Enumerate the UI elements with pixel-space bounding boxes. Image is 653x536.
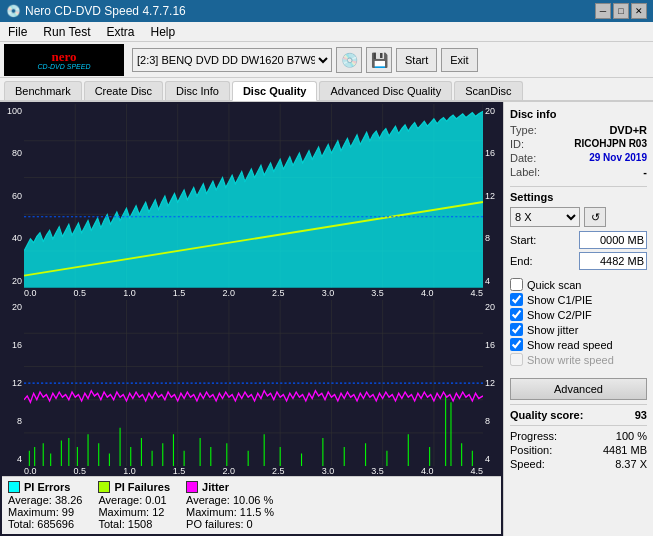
disc-id-label: ID: [510,138,524,150]
tab-create-disc[interactable]: Create Disc [84,81,163,100]
save-icon-btn[interactable]: 💾 [366,47,392,73]
legend-pi-errors: PI Errors Average: 38.26 Maximum: 99 Tot… [8,481,82,530]
jitter-color [186,481,198,493]
jitter-title: Jitter [202,481,229,493]
disc-info-title: Disc info [510,108,647,120]
speed-select[interactable]: 8 X [510,207,580,227]
progress-row: Progress: 100 % [510,430,647,442]
disc-info-section: Disc info Type: DVD+R ID: RICOHJPN R03 D… [510,108,647,178]
show-jitter-checkbox[interactable] [510,323,523,336]
titlebar: 💿 Nero CD-DVD Speed 4.7.7.16 ─ □ ✕ [0,0,653,22]
show-jitter-row: Show jitter [510,323,647,336]
progress-value: 100 % [616,430,647,442]
show-write-speed-checkbox[interactable] [510,353,523,366]
disc-id-value: RICOHJPN R03 [574,138,647,150]
start-input[interactable] [579,231,647,249]
menu-extra[interactable]: Extra [98,23,142,41]
settings-title: Settings [510,191,647,203]
end-label: End: [510,255,533,267]
position-label: Position: [510,444,552,456]
tab-disc-quality[interactable]: Disc Quality [232,81,318,101]
side-panel: Disc info Type: DVD+R ID: RICOHJPN R03 D… [503,102,653,536]
start-label: Start: [510,234,536,246]
tab-advanced-disc-quality[interactable]: Advanced Disc Quality [319,81,452,100]
speed-label: Speed: [510,458,545,470]
disc-type-value: DVD+R [609,124,647,136]
pi-failures-stats: Average: 0.01 Maximum: 12 Total: 1508 [98,494,170,530]
pi-errors-color [8,481,20,493]
separator-3 [510,425,647,426]
speed-value: 8.37 X [615,458,647,470]
menu-help[interactable]: Help [143,23,184,41]
progress-section: Progress: 100 % Position: 4481 MB Speed:… [510,430,647,470]
quick-scan-label: Quick scan [527,279,581,291]
jitter-stats: Average: 10.06 % Maximum: 11.5 % PO fail… [186,494,274,530]
checkboxes-section: Quick scan Show C1/PIE Show C2/PIF Show … [510,278,647,366]
quality-row: Quality score: 93 [510,409,647,421]
titlebar-controls: ─ □ ✕ [595,3,647,19]
menu-file[interactable]: File [0,23,35,41]
close-button[interactable]: ✕ [631,3,647,19]
chart-top-y-right: 20 16 12 8 4 [483,104,501,288]
position-row: Position: 4481 MB [510,444,647,456]
show-c2-pif-label: Show C2/PIF [527,309,592,321]
end-input[interactable] [579,252,647,270]
show-c1-pie-checkbox[interactable] [510,293,523,306]
disc-label-row: Label: - [510,166,647,178]
legend-jitter: Jitter Average: 10.06 % Maximum: 11.5 % … [186,481,274,530]
refresh-icon-btn[interactable]: ↺ [584,207,606,227]
app-icon: 💿 [6,4,21,18]
progress-label: Progress: [510,430,557,442]
start-button[interactable]: Start [396,48,437,72]
exit-button[interactable]: Exit [441,48,477,72]
quick-scan-row: Quick scan [510,278,647,291]
app-title: Nero CD-DVD Speed 4.7.7.16 [25,4,186,18]
separator-2 [510,404,647,405]
chart-bottom-y-left: 20161284 [2,300,24,466]
tabs: Benchmark Create Disc Disc Info Disc Qua… [0,78,653,102]
tab-disc-info[interactable]: Disc Info [165,81,230,100]
pi-failures-title: PI Failures [114,481,170,493]
show-c2-pif-row: Show C2/PIF [510,308,647,321]
quick-scan-checkbox[interactable] [510,278,523,291]
disc-id-row: ID: RICOHJPN R03 [510,138,647,150]
show-read-speed-label: Show read speed [527,339,613,351]
minimize-button[interactable]: ─ [595,3,611,19]
disc-date-row: Date: 29 Nov 2019 [510,152,647,164]
pi-errors-stats: Average: 38.26 Maximum: 99 Total: 685696 [8,494,82,530]
start-row: Start: [510,231,647,249]
chart-top-y-left: 10080604020 [2,104,24,288]
disc-type-label: Type: [510,124,537,136]
logo-text: nero [51,50,76,63]
tab-scandisc[interactable]: ScanDisc [454,81,522,100]
disc-date-label: Date: [510,152,536,164]
maximize-button[interactable]: □ [613,3,629,19]
menu-run-test[interactable]: Run Test [35,23,98,41]
chart-area: 10080604020 [0,102,503,536]
show-jitter-label: Show jitter [527,324,578,336]
show-c2-pif-checkbox[interactable] [510,308,523,321]
disc-icon-btn[interactable]: 💿 [336,47,362,73]
show-write-speed-label: Show write speed [527,354,614,366]
show-read-speed-row: Show read speed [510,338,647,351]
position-value: 4481 MB [603,444,647,456]
pi-errors-title: PI Errors [24,481,70,493]
advanced-button[interactable]: Advanced [510,378,647,400]
chart-bottom-svg [24,300,483,466]
quality-label: Quality score: [510,409,583,421]
main-content: 10080604020 [0,102,653,536]
speed-row-progress: Speed: 8.37 X [510,458,647,470]
separator-1 [510,186,647,187]
chart-top-svg [24,104,483,288]
drive-select[interactable]: [2:3] BENQ DVD DD DW1620 B7W9 [132,48,332,72]
end-row: End: [510,252,647,270]
show-write-speed-row: Show write speed [510,353,647,366]
legend-pi-failures: PI Failures Average: 0.01 Maximum: 12 To… [98,481,170,530]
menubar: File Run Test Extra Help [0,22,653,42]
logo: nero CD-DVD SPEED [4,44,124,76]
logo-sub: CD-DVD SPEED [38,63,91,70]
tab-benchmark[interactable]: Benchmark [4,81,82,100]
titlebar-title: 💿 Nero CD-DVD Speed 4.7.7.16 [6,4,186,18]
settings-section: Settings 8 X ↺ Start: End: [510,191,647,270]
show-read-speed-checkbox[interactable] [510,338,523,351]
